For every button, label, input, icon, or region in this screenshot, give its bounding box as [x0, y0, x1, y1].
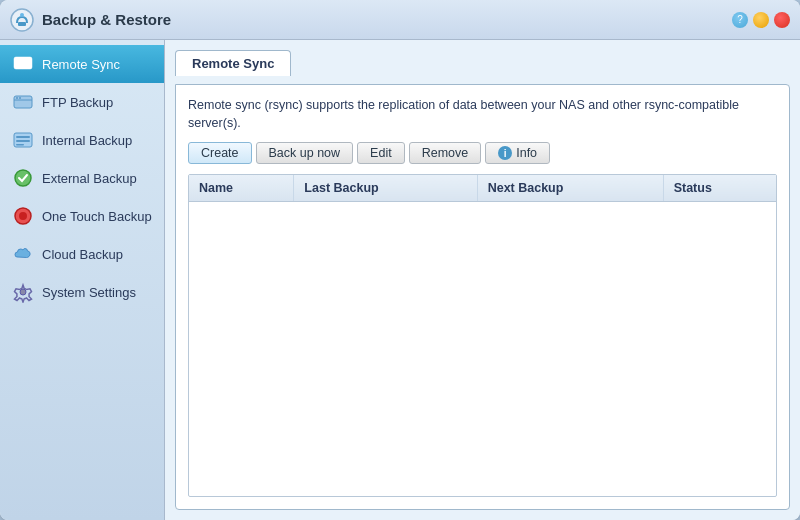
minimize-button[interactable]: [753, 12, 769, 28]
back-up-now-button[interactable]: Back up now: [256, 142, 354, 164]
content-area: Remote Sync Remote sync (rsync) supports…: [165, 40, 800, 520]
sidebar-item-system-settings[interactable]: System Settings: [0, 273, 164, 311]
edit-button[interactable]: Edit: [357, 142, 405, 164]
svg-rect-13: [16, 136, 30, 138]
help-button[interactable]: ?: [732, 12, 748, 28]
svg-rect-1: [18, 22, 26, 26]
svg-point-16: [15, 170, 31, 186]
info-button[interactable]: i Info: [485, 142, 550, 164]
table-header-row: Name Last Backup Next Backup Status: [189, 175, 776, 202]
app-icon: [10, 8, 34, 32]
sidebar-item-ftp-backup[interactable]: FTP Backup: [0, 83, 164, 121]
system-settings-icon: [12, 281, 34, 303]
window-title: Backup & Restore: [42, 11, 732, 28]
internal-backup-icon: [12, 129, 34, 151]
sidebar: Remote Sync FTP Backup: [0, 40, 165, 520]
svg-rect-14: [16, 140, 30, 142]
sidebar-item-external-backup[interactable]: External Backup: [0, 159, 164, 197]
external-backup-icon: [12, 167, 34, 189]
col-status: Status: [663, 175, 776, 202]
close-button[interactable]: [774, 12, 790, 28]
remove-button[interactable]: Remove: [409, 142, 482, 164]
data-table-container: Name Last Backup Next Backup Status: [188, 174, 777, 497]
remote-sync-icon: [12, 53, 34, 75]
data-table: Name Last Backup Next Backup Status: [189, 175, 776, 202]
ftp-backup-icon: [12, 91, 34, 113]
description-text: Remote sync (rsync) supports the replica…: [188, 97, 777, 132]
titlebar: Backup & Restore ?: [0, 0, 800, 40]
one-touch-backup-icon: [12, 205, 34, 227]
svg-point-0: [11, 9, 33, 31]
window-controls: ?: [732, 12, 790, 28]
svg-point-18: [19, 212, 27, 220]
svg-point-2: [20, 13, 24, 17]
sidebar-item-one-touch-backup[interactable]: One Touch Backup: [0, 197, 164, 235]
svg-point-11: [19, 97, 21, 99]
sidebar-label-internal-backup: Internal Backup: [42, 133, 132, 148]
main-panel: Remote sync (rsync) supports the replica…: [175, 84, 790, 510]
info-icon: i: [498, 146, 512, 160]
svg-point-19: [20, 289, 26, 295]
svg-rect-15: [16, 144, 24, 146]
main-layout: Remote Sync FTP Backup: [0, 40, 800, 520]
create-button[interactable]: Create: [188, 142, 252, 164]
col-next-backup: Next Backup: [477, 175, 663, 202]
sidebar-label-one-touch-backup: One Touch Backup: [42, 209, 152, 224]
sidebar-label-ftp-backup: FTP Backup: [42, 95, 113, 110]
tab-bar: Remote Sync: [175, 50, 790, 76]
sidebar-label-cloud-backup: Cloud Backup: [42, 247, 123, 262]
svg-point-10: [16, 97, 18, 99]
col-name: Name: [189, 175, 294, 202]
sidebar-item-internal-backup[interactable]: Internal Backup: [0, 121, 164, 159]
sidebar-label-system-settings: System Settings: [42, 285, 136, 300]
sidebar-item-cloud-backup[interactable]: Cloud Backup: [0, 235, 164, 273]
sidebar-label-external-backup: External Backup: [42, 171, 137, 186]
sidebar-label-remote-sync: Remote Sync: [42, 57, 120, 72]
col-last-backup: Last Backup: [294, 175, 477, 202]
toolbar: Create Back up now Edit Remove i Info: [188, 142, 777, 164]
info-label: Info: [516, 146, 537, 160]
cloud-backup-icon: [12, 243, 34, 265]
sidebar-item-remote-sync[interactable]: Remote Sync: [0, 45, 164, 83]
app-window: Backup & Restore ?: [0, 0, 800, 520]
tab-remote-sync[interactable]: Remote Sync: [175, 50, 291, 76]
